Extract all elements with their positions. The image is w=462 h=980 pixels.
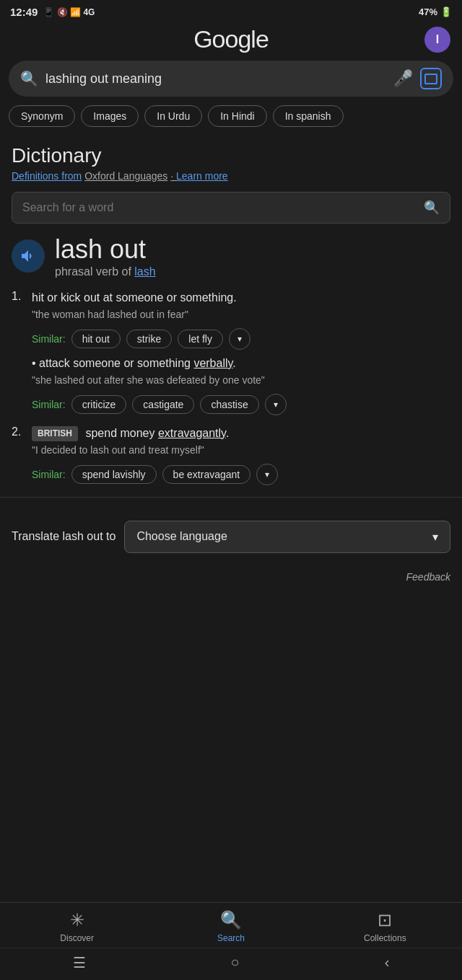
similar-chip-criticize[interactable]: criticize <box>71 395 127 414</box>
status-time: 12:49 <box>10 6 38 18</box>
definition-2: 2. BRITISH spend money extravagantly. "I… <box>12 425 450 485</box>
similar-chip-hit-out[interactable]: hit out <box>71 330 121 348</box>
similar-chip-chastise[interactable]: chastise <box>200 395 258 414</box>
translate-section: Translate lash out to Choose language ▾ <box>0 509 462 565</box>
search-bar[interactable]: 🔍 lashing out meaning 🎤 <box>9 61 453 97</box>
google-header: Google I <box>0 21 462 61</box>
collections-label: Collections <box>364 933 406 943</box>
similar-chip-be-extravagant[interactable]: be extravagant <box>162 465 251 484</box>
back-button[interactable]: ‹ <box>385 954 390 971</box>
language-dropdown-placeholder: Choose language <box>136 530 227 543</box>
user-avatar[interactable]: I <box>424 27 450 53</box>
filter-chip-images[interactable]: Images <box>81 105 139 127</box>
similar-row-1: Similar: hit out strike let fly ▾ <box>32 328 450 350</box>
dictionary-title: Dictionary <box>12 144 450 167</box>
expand-similar-2-button[interactable]: ▾ <box>256 464 278 485</box>
similar-chip-let-fly[interactable]: let fly <box>178 330 223 348</box>
nav-collections[interactable]: ⊡ Collections <box>308 910 462 943</box>
main-content: Dictionary Definitions from Oxford Langu… <box>0 137 462 485</box>
feedback-row: Feedback <box>0 565 462 592</box>
battery-indicator: 47% <box>419 6 437 17</box>
def-2-text-block: BRITISH spend money extravagantly. "I de… <box>32 425 450 458</box>
sub-def-example: "she lashed out after she was defeated b… <box>32 374 450 388</box>
language-dropdown[interactable]: Choose language ▾ <box>124 521 450 553</box>
similar-chip-castigate[interactable]: castigate <box>132 395 194 414</box>
dictionary-section: Dictionary Definitions from Oxford Langu… <box>12 144 450 182</box>
google-logo: Google <box>38 25 424 53</box>
def-1-example: "the woman had lashed out in fear" <box>32 308 450 322</box>
similar-chip-spend-lavishly[interactable]: spend lavishly <box>71 465 157 484</box>
oxford-languages-link[interactable]: Oxford Languages <box>84 170 167 182</box>
similar-label-2: Similar: <box>32 469 66 480</box>
system-nav: ☰ ○ ‹ <box>0 948 462 980</box>
nav-discover[interactable]: ✳ Discover <box>0 910 154 943</box>
feedback-link[interactable]: Feedback <box>406 571 450 583</box>
def-1-text-block: hit or kick out at someone or something.… <box>32 290 450 322</box>
def-2-example: "I decided to lash out and treat myself" <box>32 443 450 458</box>
discover-label: Discover <box>60 933 94 943</box>
filter-chip-synonym[interactable]: Synonym <box>9 105 75 127</box>
search-label: Search <box>217 933 245 943</box>
word-search-input[interactable] <box>22 201 424 214</box>
search-nav-icon: 🔍 <box>220 910 242 930</box>
extravagantly-link[interactable]: extravagantly <box>158 427 226 439</box>
learn-more-link[interactable]: Learn more <box>176 170 228 182</box>
expand-similar-1-button[interactable]: ▾ <box>229 328 250 350</box>
bottom-nav-items: ✳ Discover 🔍 Search ⊡ Collections <box>0 903 462 948</box>
menu-button[interactable]: ☰ <box>73 954 86 971</box>
word-search-icon: 🔍 <box>424 200 440 216</box>
sub-definition-1: attack someone or something verbally. "s… <box>32 356 450 415</box>
filter-chip-spanish[interactable]: In spanish <box>273 105 344 127</box>
def-1-num: 1. <box>12 290 26 322</box>
def-2-text: BRITISH spend money extravagantly. <box>32 425 450 441</box>
word-search-container[interactable]: 🔍 <box>12 192 450 224</box>
speaker-icon <box>19 247 37 265</box>
def-2-row: 2. BRITISH spend money extravagantly. "I… <box>12 425 450 458</box>
filter-chip-urdu[interactable]: In Urdu <box>144 105 202 127</box>
similar-row-2: Similar: spend lavishly be extravagant ▾ <box>32 464 450 485</box>
word-pos: phrasal verb of lash <box>55 265 450 278</box>
bottom-nav: ✳ Discover 🔍 Search ⊡ Collections ☰ ○ ‹ <box>0 902 462 980</box>
sub-def-text: attack someone or something verbally. <box>32 356 450 371</box>
audio-speaker-button[interactable] <box>12 239 45 273</box>
similar-row-sub: Similar: criticize castigate chastise ▾ <box>32 394 450 415</box>
similar-chip-strike[interactable]: strike <box>126 330 172 348</box>
verbally-link[interactable]: verbally <box>193 357 232 369</box>
word-info: lash out phrasal verb of lash <box>55 235 450 278</box>
discover-icon: ✳ <box>70 910 84 930</box>
home-button[interactable]: ○ <box>231 954 240 971</box>
headword: lash out <box>55 235 450 264</box>
base-word-link[interactable]: lash <box>134 265 155 278</box>
british-badge: BRITISH <box>32 426 78 441</box>
camera-search-icon[interactable] <box>420 68 442 89</box>
expand-similar-sub-button[interactable]: ▾ <box>265 394 287 415</box>
filter-chips-row: Synonym Images In Urdu In Hindi In spani… <box>0 105 462 137</box>
search-query-text: lashing out meaning <box>45 71 386 87</box>
def-1-text: hit or kick out at someone or something. <box>32 290 450 306</box>
battery-icon: 🔋 <box>440 6 452 17</box>
def-2-num: 2. <box>12 425 26 458</box>
filter-chip-hindi[interactable]: In Hindi <box>208 105 266 127</box>
def-1-row: 1. hit or kick out at someone or somethi… <box>12 290 450 322</box>
status-right: 47% 🔋 <box>419 6 452 17</box>
similar-label-sub: Similar: <box>32 399 66 410</box>
collections-icon: ⊡ <box>378 910 392 930</box>
dictionary-source: Definitions from Oxford Languages · Lear… <box>12 170 450 182</box>
status-left: 12:49 📱 🔇 📶 4G <box>10 6 95 18</box>
similar-label-1: Similar: <box>32 333 66 345</box>
nav-search[interactable]: 🔍 Search <box>154 910 308 943</box>
status-bar: 12:49 📱 🔇 📶 4G 47% 🔋 <box>0 0 462 21</box>
definition-1: 1. hit or kick out at someone or somethi… <box>12 290 450 415</box>
status-icons: 📱 🔇 📶 4G <box>43 7 95 17</box>
section-divider <box>0 497 462 498</box>
word-entry: lash out phrasal verb of lash <box>12 235 450 278</box>
translate-label: Translate lash out to <box>12 530 116 543</box>
search-icon: 🔍 <box>20 70 38 87</box>
dropdown-arrow-icon: ▾ <box>432 530 438 544</box>
microphone-icon[interactable]: 🎤 <box>393 69 413 88</box>
